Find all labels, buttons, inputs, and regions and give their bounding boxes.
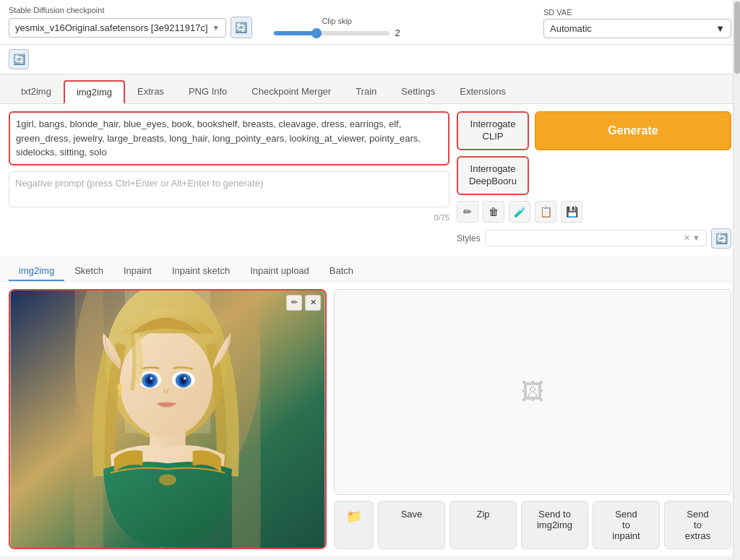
- interrogate-deepbooru-button[interactable]: InterrogateDeepBooru: [457, 156, 529, 195]
- refresh-small-icon: 🔄: [13, 53, 25, 65]
- clip-skip-slider-row: 2: [274, 27, 400, 38]
- clipboard-icon: 📋: [540, 206, 552, 217]
- tab-checkpoint-merger[interactable]: Checkpoint Merger: [239, 80, 343, 103]
- scrollbar[interactable]: [733, 0, 740, 560]
- negative-prompt[interactable]: Negative prompt (press Ctrl+Enter or Alt…: [9, 171, 449, 207]
- sd-vae-value: Automatic: [550, 23, 592, 34]
- send-extras-label: Sendtoextras: [685, 509, 710, 541]
- styles-refresh-button[interactable]: 🔄: [711, 228, 731, 249]
- right-panel: InterrogateCLIP Generate InterrogateDeep…: [457, 111, 731, 249]
- trash-button[interactable]: 🗑: [483, 201, 504, 223]
- tab-png-info[interactable]: PNG Info: [176, 80, 239, 103]
- tab-img2img[interactable]: img2img: [64, 80, 125, 104]
- checkpoint-label: Stable Diffusion checkpoint: [9, 6, 252, 14]
- open-folder-button[interactable]: 📁: [334, 501, 374, 549]
- deepbooru-row: InterrogateDeepBooru: [457, 156, 731, 195]
- zip-button[interactable]: Zip: [449, 501, 517, 549]
- content-area: ✏ ✕ 🖼 📁 Save Zip Send toimg2img Sendtoin…: [0, 282, 740, 556]
- subtab-batch[interactable]: Batch: [319, 262, 363, 281]
- styles-x-icon: ✕ ▼: [684, 233, 700, 243]
- pencil-button[interactable]: ✏: [457, 201, 478, 223]
- pencil-icon: ✏: [463, 206, 472, 217]
- clip-skip-slider[interactable]: [274, 31, 390, 35]
- tab-extensions[interactable]: Extensions: [447, 80, 518, 103]
- subtab-inpaint-sketch[interactable]: Inpaint sketch: [162, 262, 240, 281]
- save-button[interactable]: Save: [378, 501, 445, 549]
- output-image-area: 🖼: [334, 289, 731, 495]
- output-panel: 🖼 📁 Save Zip Send toimg2img Sendtoinpain…: [334, 289, 731, 549]
- sd-vae-label: SD VAE: [543, 8, 731, 17]
- checkpoint-value: yesmix_v16Original.safetensors [3e921191…: [15, 22, 208, 33]
- tab-extras[interactable]: Extras: [125, 80, 176, 103]
- send-extras-button[interactable]: Sendtoextras: [664, 501, 731, 549]
- floppy-icon: 💾: [566, 206, 578, 217]
- zip-label: Zip: [476, 509, 489, 520]
- second-bar: 🔄: [0, 45, 740, 74]
- checkpoint-section: Stable Diffusion checkpoint yesmix_v16Or…: [9, 6, 252, 38]
- subtab-sketch[interactable]: Sketch: [64, 262, 113, 281]
- tab-settings[interactable]: Settings: [389, 80, 447, 103]
- image-overlay-buttons: ✏ ✕: [286, 295, 321, 311]
- action-buttons: 📁 Save Zip Send toimg2img Sendtoinpaint …: [334, 501, 731, 549]
- close-image-button[interactable]: ✕: [305, 295, 321, 311]
- edit-image-button[interactable]: ✏: [286, 295, 302, 311]
- scrollbar-thumb[interactable]: [734, 1, 740, 74]
- floppy-button[interactable]: 💾: [561, 201, 582, 223]
- clip-skip-section: Clip skip 2: [274, 17, 400, 38]
- flask-icon: 🧪: [514, 206, 526, 217]
- flask-button[interactable]: 🧪: [509, 201, 530, 223]
- subtab-inpaint-upload[interactable]: Inpaint upload: [240, 262, 319, 281]
- neg-prompt-placeholder: Negative prompt (press Ctrl+Enter or Alt…: [15, 178, 263, 189]
- clip-skip-value: 2: [395, 27, 400, 38]
- save-label: Save: [401, 509, 423, 520]
- send-inpaint-button[interactable]: Sendtoinpaint: [593, 501, 660, 549]
- send-inpaint-label: Sendtoinpaint: [612, 509, 640, 541]
- top-bar: Stable Diffusion checkpoint yesmix_v16Or…: [0, 0, 740, 45]
- svg-point-18: [184, 376, 186, 379]
- image-placeholder-icon: 🖼: [521, 379, 544, 405]
- elf-image: [10, 290, 325, 548]
- refresh-checkpoint-button[interactable]: 🔄: [231, 17, 252, 38]
- prompt-section: 1girl, bangs, blonde_hair, blue_eyes, bo…: [0, 104, 740, 256]
- slider-thumb: [311, 28, 322, 38]
- chevron-down-icon-vae: ▼: [715, 23, 725, 34]
- generate-button[interactable]: Generate: [535, 111, 731, 150]
- prompt-text: 1girl, bangs, blonde_hair, blue_eyes, bo…: [16, 119, 421, 158]
- clip-skip-label: Clip skip: [322, 17, 352, 25]
- refresh-icon: 🔄: [235, 22, 247, 33]
- styles-refresh-icon: 🔄: [715, 233, 728, 244]
- tool-icon-row: ✏ 🗑 🧪 📋 💾: [457, 201, 731, 223]
- styles-label: Styles: [457, 233, 481, 244]
- positive-prompt[interactable]: 1girl, bangs, blonde_hair, blue_eyes, bo…: [9, 111, 449, 165]
- subtab-img2img[interactable]: img2img: [9, 262, 64, 281]
- tab-txt2img[interactable]: txt2img: [9, 80, 64, 103]
- extra-button[interactable]: 🔄: [9, 49, 29, 69]
- folder-icon: 📁: [346, 509, 362, 524]
- checkpoint-select-row: yesmix_v16Original.safetensors [3e921191…: [9, 17, 252, 38]
- subtab-inpaint[interactable]: Inpaint: [113, 262, 162, 281]
- left-panel: 1girl, bangs, blonde_hair, blue_eyes, bo…: [9, 111, 449, 249]
- tab-train[interactable]: Train: [343, 80, 389, 103]
- slider-fill: [274, 31, 314, 35]
- svg-point-20: [118, 389, 122, 396]
- send-img2img-label: Send toimg2img: [537, 509, 572, 530]
- top-btn-row: InterrogateCLIP Generate: [457, 111, 731, 150]
- send-img2img-button[interactable]: Send toimg2img: [521, 501, 588, 549]
- image-upload-area[interactable]: ✏ ✕: [9, 289, 327, 549]
- trash-icon: 🗑: [489, 206, 499, 217]
- main-tabs: txt2img img2img Extras PNG Info Checkpoi…: [0, 74, 740, 104]
- svg-point-19: [117, 384, 123, 389]
- checkpoint-dropdown[interactable]: yesmix_v16Original.safetensors [3e921191…: [9, 18, 226, 38]
- styles-dropdown[interactable]: ✕ ▼: [485, 230, 707, 246]
- generate-label: Generate: [608, 124, 658, 137]
- chevron-down-icon: ▼: [212, 24, 220, 32]
- subtabs: img2img Sketch Inpaint Inpaint sketch In…: [0, 256, 740, 282]
- svg-point-7: [159, 474, 176, 486]
- interrogate-deepbooru-label: InterrogateDeepBooru: [469, 163, 517, 186]
- neg-prompt-counter: 0/75: [9, 213, 449, 222]
- clipboard-button[interactable]: 📋: [535, 201, 556, 223]
- sd-vae-dropdown[interactable]: Automatic ▼: [543, 19, 731, 38]
- interrogate-clip-label: InterrogateCLIP: [470, 119, 516, 142]
- svg-point-13: [150, 376, 152, 379]
- interrogate-clip-button[interactable]: InterrogateCLIP: [457, 111, 529, 150]
